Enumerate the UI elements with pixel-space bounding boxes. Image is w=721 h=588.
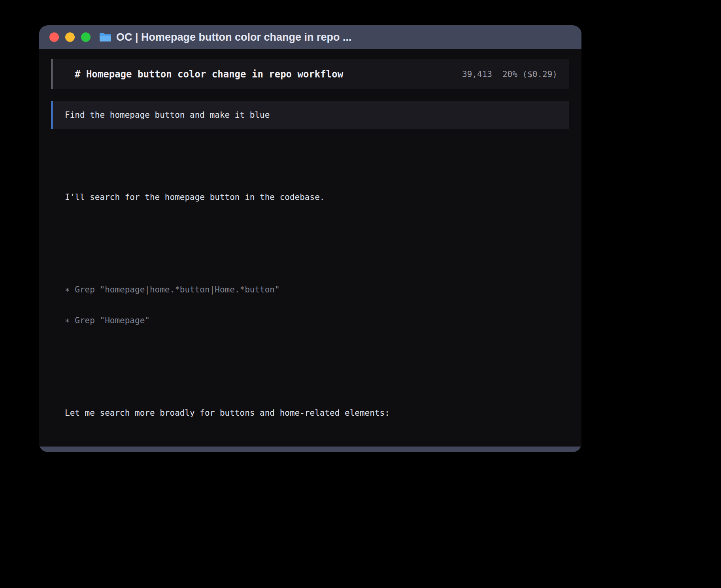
folder-icon <box>99 32 111 42</box>
context-usage: 20% ($0.29) <box>502 70 557 79</box>
assistant-text: I'll search for the homepage button in t… <box>65 192 569 202</box>
traffic-lights <box>49 32 91 42</box>
session-title: # Homepage button color change in repo w… <box>75 69 343 80</box>
assistant-text: Let me search more broadly for buttons a… <box>65 408 569 418</box>
terminal-content: # Homepage button color change in repo w… <box>39 49 581 447</box>
minimize-button[interactable] <box>65 32 75 42</box>
session-header: # Homepage button color change in repo w… <box>51 59 569 89</box>
window-titlebar[interactable]: OC | Homepage button color change in rep… <box>39 25 581 49</box>
token-count: 39,413 <box>462 70 492 79</box>
zoom-button[interactable] <box>81 32 91 42</box>
assistant-message: I'll search for the homepage button in t… <box>65 172 569 223</box>
conversation: I'll search for the homepage button in t… <box>65 141 569 447</box>
close-button[interactable] <box>49 32 59 42</box>
user-message-text: Find the homepage button and make it blu… <box>65 110 270 120</box>
window-title: OC | Homepage button color change in rep… <box>116 31 352 43</box>
user-message: Find the homepage button and make it blu… <box>51 101 569 129</box>
terminal-window: OC | Homepage button color change in rep… <box>39 25 581 452</box>
tool-call-group: ∗ Grep "homepage|home.*button|Home.*butt… <box>65 264 569 346</box>
tool-call-grep: ∗ Grep "Homepage" <box>65 315 569 326</box>
tool-call-grep: ∗ Grep "homepage|home.*button|Home.*butt… <box>65 285 569 295</box>
assistant-message: Let me search more broadly for buttons a… <box>65 387 569 439</box>
